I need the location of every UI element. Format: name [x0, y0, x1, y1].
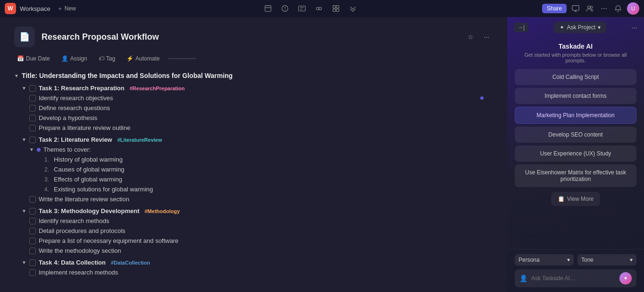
prompt-seo[interactable]: Develop SEO content	[515, 127, 636, 143]
subtask3-2-checkbox[interactable]	[29, 228, 36, 234]
users-icon[interactable]	[585, 3, 595, 14]
share-button[interactable]: Share	[542, 4, 567, 13]
subtask1-3-checkbox[interactable]	[29, 115, 36, 121]
task3-checkbox[interactable]	[29, 208, 36, 215]
prompt-cold-calling[interactable]: Cold Calling Script	[515, 69, 636, 85]
subtask3-1-checkbox[interactable]	[29, 218, 36, 224]
subtask-1-1: Identify research objectives	[14, 93, 493, 103]
ai-send-button[interactable]: ✦	[619, 272, 632, 284]
nav-icon-6[interactable]	[348, 3, 358, 14]
ai-input[interactable]	[531, 275, 616, 282]
new-button[interactable]: ＋ New	[54, 4, 79, 14]
task-row-4: ▼ Task 4: Data Collection #DataCollectio…	[14, 258, 493, 267]
view-more-icon: 📋	[558, 196, 565, 202]
nav-icon-3[interactable]	[297, 3, 307, 14]
subtask1-2-checkbox[interactable]	[29, 105, 36, 112]
subtask3-4-label: Write the methodology section	[39, 247, 121, 254]
project-icon-emoji: 📄	[19, 32, 30, 42]
task-row-3: ▼ Task 3: Methodology Development #Metho…	[14, 206, 493, 216]
monitor-icon[interactable]	[570, 3, 581, 14]
topnav-center	[263, 3, 358, 14]
ai-dropdowns: Persona ▾ Tone ▾	[515, 254, 636, 266]
subtask4-1-label: Implement research methods	[39, 269, 118, 276]
task-group-1: ▼ Task 1: Research Preparation #Research…	[14, 83, 493, 133]
user-icon: 👤	[519, 275, 527, 282]
due-date-button[interactable]: 📅 Due Date	[14, 54, 53, 63]
subtask-1-3: Develop a hypothesis	[14, 113, 493, 123]
subtask2-extra-checkbox[interactable]	[29, 196, 36, 203]
avatar[interactable]: U	[627, 2, 639, 15]
prompt-marketing-plan[interactable]: Marketing Plan Implementation	[515, 107, 636, 124]
left-panel: 📄 Research Proposal Workflow ☆ ··· 📅 Due…	[0, 17, 507, 292]
ai-more-button[interactable]: ···	[632, 24, 637, 31]
view-more-button[interactable]: 📋 View More	[551, 192, 600, 206]
assign-button[interactable]: 👤 Assign	[59, 54, 90, 63]
topnav: W Workspace ＋ New Share	[0, 0, 644, 17]
section-collapse-arrow[interactable]: ▼	[14, 73, 19, 78]
prompt-ux-study[interactable]: User Experience (UX) Study	[515, 146, 636, 162]
prompt-eisenhower-label: Use Eisenhower Matrix for effective task…	[525, 169, 626, 182]
prompt-eisenhower[interactable]: Use Eisenhower Matrix for effective task…	[515, 164, 636, 187]
automate-icon: ⚡	[126, 55, 134, 62]
chevron-down-icon: ▾	[598, 24, 601, 31]
task4-collapse-arrow[interactable]: ▼	[22, 260, 26, 265]
task1-checkbox[interactable]	[29, 85, 36, 92]
subtask3-4-checkbox[interactable]	[29, 248, 36, 254]
subtask3-3-checkbox[interactable]	[29, 238, 36, 244]
bell-icon[interactable]	[613, 3, 623, 14]
task-row-1: ▼ Task 1: Research Preparation #Research…	[14, 83, 493, 93]
theme-1-label: History of global warming	[54, 156, 123, 163]
nav-icon-1[interactable]	[263, 3, 273, 14]
collapse-button[interactable]: →|	[514, 23, 528, 32]
task3-collapse-arrow[interactable]: ▼	[22, 208, 26, 214]
theme-2-label: Causes of global warming	[54, 166, 125, 173]
more-icon[interactable]: ···	[599, 3, 609, 14]
automate-button[interactable]: ⚡ Automate	[124, 54, 162, 63]
send-icon: ✦	[623, 275, 628, 282]
task4-checkbox[interactable]	[29, 259, 36, 266]
prompt-ux-study-label: User Experience (UX) Study	[540, 150, 611, 157]
subtask2-extra-label: Write the literature review section	[39, 196, 129, 203]
tone-label: Tone	[581, 257, 594, 263]
persona-dropdown[interactable]: Persona ▾	[515, 254, 574, 266]
view-more-label: View More	[567, 196, 594, 202]
themes-collapse-arrow[interactable]: ▼	[29, 147, 34, 152]
persona-label: Persona	[519, 257, 540, 263]
topnav-left: W Workspace ＋ New	[5, 3, 79, 14]
nav-icon-2[interactable]	[280, 3, 290, 14]
avatar-initials: U	[631, 6, 635, 11]
task2-checkbox[interactable]	[29, 137, 36, 143]
star-button[interactable]: ☆	[464, 30, 477, 43]
ask-project-label: Ask Project	[567, 24, 595, 31]
nav-icon-5[interactable]	[331, 3, 341, 14]
nav-icon-4[interactable]	[314, 3, 324, 14]
themes-label: Themes to cover:	[43, 146, 91, 153]
subtask4-1-checkbox[interactable]	[29, 269, 36, 276]
svg-point-4	[284, 9, 285, 10]
task4-label: Task 4: Data Collection	[39, 259, 106, 266]
ai-input-row: 👤 ✦	[515, 269, 636, 287]
task2-collapse-arrow[interactable]: ▼	[22, 137, 26, 142]
ask-project-button[interactable]: ✦ Ask Project ▾	[554, 22, 606, 33]
svg-rect-5	[299, 6, 305, 11]
task-content[interactable]: ▼ Title: Understanding the Impacts and S…	[14, 72, 493, 283]
project-header: 📄 Research Proposal Workflow ☆ ···	[14, 26, 493, 47]
subtask-3-4: Write the methodology section	[14, 246, 493, 256]
svg-rect-11	[336, 6, 339, 8]
subtask1-1-checkbox[interactable]	[29, 95, 36, 102]
tone-dropdown[interactable]: Tone ▾	[577, 254, 636, 266]
task1-collapse-arrow[interactable]: ▼	[22, 86, 26, 91]
task-group-4: ▼ Task 4: Data Collection #DataCollectio…	[14, 258, 493, 277]
task2-label: Task 2: Literature Review	[39, 136, 112, 143]
prompt-contact-forms[interactable]: Implement contact forms	[515, 88, 636, 104]
theme-num-3: 3.	[44, 176, 49, 183]
subtask-1-2: Define research questions	[14, 103, 493, 113]
person-icon: 👤	[61, 55, 68, 62]
task2-tag: #LiteratureReview	[115, 137, 165, 143]
more-options-button[interactable]: ···	[480, 30, 493, 43]
subtask1-3-label: Develop a hypothesis	[39, 114, 97, 121]
subtask1-4-checkbox[interactable]	[29, 125, 36, 131]
subtask-1-4: Prepare a literature review outline	[14, 123, 493, 133]
section-title-text: Title: Understanding the Impacts and Sol…	[22, 72, 233, 79]
tag-button[interactable]: 🏷 Tag	[96, 54, 118, 63]
